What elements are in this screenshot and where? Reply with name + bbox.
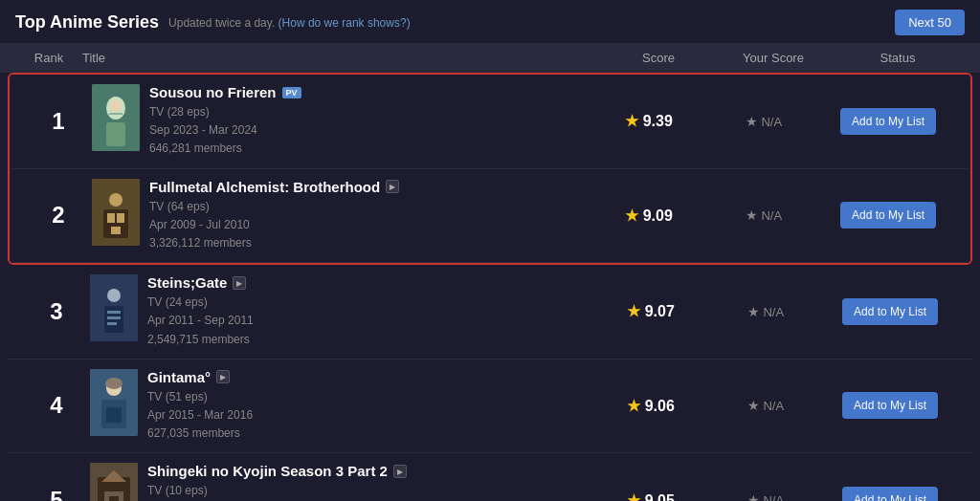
your-score-value: N/A [761,115,782,129]
your-score-star-icon: ★ [747,398,760,413]
your-score-cell: ★ N/A [706,207,821,223]
table-header: Rank Title Score Your Score Status [0,43,980,73]
svg-point-12 [107,289,121,302]
score-star-icon: ★ [627,492,640,501]
your-score-star-icon: ★ [747,492,760,501]
non-highlighted-rows: 3 Ste [8,265,972,501]
svg-rect-16 [107,322,117,325]
anime-name: Shingeki no Kyojin Season 3 Part 2 [147,463,388,479]
score-star-icon: ★ [625,207,638,224]
your-score-value: N/A [763,399,784,413]
svg-rect-8 [107,213,115,223]
anime-details: Steins;Gate ▶ TV (24 eps)Apr 2011 - Sep … [147,274,254,349]
anime-name: Fullmetal Alchemist: Brotherhood [149,179,380,195]
table-row: 2 Ful [10,169,970,264]
anime-meta: TV (24 eps)Apr 2011 - Sep 20112,549,715 … [147,294,254,349]
add-to-list-button[interactable]: Add to My List [840,202,936,229]
status-cell: Add to My List [823,487,957,501]
svg-point-6 [109,193,122,207]
streaming-icon: ▶ [386,180,399,193]
anime-title-row: Fullmetal Alchemist: Brotherhood ▶ [149,179,399,195]
anime-name: Sousou no Frieren [149,84,277,100]
score-value: 9.06 [645,398,675,414]
your-score-cell: ★ N/A [706,114,821,129]
anime-info: Shingeki no Kyojin Season 3 Part 2 ▶ TV … [90,463,593,501]
page-title: Top Anime Series [15,12,159,33]
svg-rect-10 [111,227,121,234]
score-value: 9.05 [645,492,675,501]
anime-title-row: Shingeki no Kyojin Season 3 Part 2 ▶ [147,463,407,479]
anime-title-row: Sousou no Frieren PV [149,84,301,100]
svg-rect-9 [117,213,124,223]
svg-rect-21 [106,407,122,423]
score-star-icon: ★ [625,113,638,129]
rank-number: 2 [25,202,92,229]
your-score-value: N/A [763,493,784,501]
status-cell: Add to My List [823,392,957,419]
your-score-star-icon: ★ [746,114,758,129]
score-cell: ★ 9.09 [591,207,706,225]
table-row: 4 Gintama° [8,359,972,454]
anime-thumbnail [90,369,138,436]
streaming-icon: ▶ [393,465,407,478]
anime-info: Sousou no Frieren PV TV (28 eps)Sep 2023… [92,84,591,159]
table-row: 5 Shingeki no Kyojin [8,453,972,501]
your-score-value: N/A [761,208,782,223]
anime-meta: TV (64 eps)Apr 2009 - Jul 20103,326,112 … [149,198,399,253]
score-cell: ★ 9.07 [593,302,708,320]
svg-point-20 [105,378,122,389]
anime-name: Gintama° [147,369,211,385]
col-header-rank: Rank [15,51,82,65]
anime-thumbnail [92,179,140,246]
col-header-status: Status [831,51,965,65]
anime-meta: TV (10 eps)Apr 2019 - Jul 20192,258,192 … [147,482,407,501]
rank-number: 3 [23,298,90,325]
score-value: 9.07 [645,303,675,319]
subtitle-text: Updated twice a day. [168,16,275,30]
rank-number: 5 [23,487,90,501]
svg-rect-26 [109,496,119,501]
anime-meta: TV (28 eps)Sep 2023 - Mar 2024646,281 me… [149,103,301,159]
add-to-list-button[interactable]: Add to My List [842,298,938,325]
your-score-star-icon: ★ [747,304,760,319]
anime-details: Shingeki no Kyojin Season 3 Part 2 ▶ TV … [147,463,407,501]
anime-thumbnail [92,84,140,151]
next-50-button[interactable]: Next 50 [895,10,965,35]
score-star-icon: ★ [627,398,640,414]
add-to-list-button[interactable]: Add to My List [842,392,938,419]
anime-meta: TV (51 eps)Apr 2015 - Mar 2016627,035 me… [147,388,253,444]
anime-info: Steins;Gate ▶ TV (24 eps)Apr 2011 - Sep … [90,274,593,349]
streaming-icon: ▶ [216,370,230,383]
header-left: Top Anime Series Updated twice a day. (H… [15,12,411,33]
streaming-icon: ▶ [233,276,246,290]
page-header: Top Anime Series Updated twice a day. (H… [0,0,980,43]
score-star-icon: ★ [627,303,640,319]
add-to-list-button[interactable]: Add to My List [840,108,936,135]
anime-thumbnail [90,463,138,501]
anime-title-row: Steins;Gate ▶ [147,274,254,291]
score-cell: ★ 9.39 [591,112,706,130]
status-cell: Add to My List [821,108,955,135]
anime-thumbnail [90,274,138,341]
anime-title-row: Gintama° ▶ [147,369,253,385]
your-score-star-icon: ★ [746,207,758,223]
status-cell: Add to My List [823,298,957,325]
anime-badge: PV [282,87,301,98]
your-score-cell: ★ N/A [708,492,823,501]
score-value: 9.39 [643,113,673,129]
page-wrapper: Top Anime Series Updated twice a day. (H… [0,0,980,501]
svg-rect-14 [107,311,121,314]
your-score-cell: ★ N/A [708,304,823,319]
svg-rect-4 [109,113,122,115]
anime-info: Gintama° ▶ TV (51 eps)Apr 2015 - Mar 201… [90,369,593,444]
status-cell: Add to My List [821,202,955,229]
header-subtitle: Updated twice a day. (How do we rank sho… [168,16,411,30]
col-header-score: Score [601,51,716,65]
your-score-cell: ★ N/A [708,398,823,413]
add-to-list-button[interactable]: Add to My List [842,487,938,501]
rank-info-link[interactable]: (How do we rank shows?) [278,16,411,30]
anime-details: Gintama° ▶ TV (51 eps)Apr 2015 - Mar 201… [147,369,253,444]
score-value: 9.09 [643,207,673,224]
col-header-title: Title [82,51,601,65]
highlighted-group: 1 Sousou no Frieren [8,73,972,265]
